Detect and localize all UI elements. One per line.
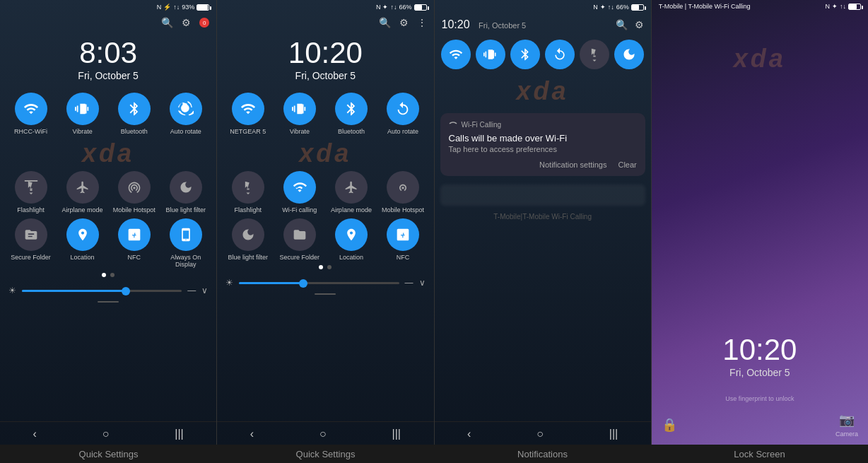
dot-1-2 (110, 273, 115, 277)
search-icon-1[interactable]: 🔍 (161, 17, 173, 28)
brightness-track-1[interactable] (22, 290, 182, 292)
notif-bluetooth-tile[interactable] (510, 40, 540, 69)
xda-watermark-3: xda (435, 74, 651, 109)
qs-tile-flashlight-1[interactable]: Flashlight (7, 171, 54, 214)
back-button-2[interactable]: ‹ (250, 428, 254, 440)
securefolder-icon-2 (283, 218, 316, 251)
home-button-3[interactable]: ○ (536, 428, 544, 440)
bluelight-icon-1 (170, 171, 202, 204)
notif-search-icon[interactable]: 🔍 (616, 19, 628, 30)
qs-tile-flashlight-2[interactable]: Flashlight (224, 171, 271, 214)
back-button-1[interactable]: ‹ (33, 428, 36, 440)
home-button-2[interactable]: ○ (319, 428, 327, 440)
svg-rect-0 (30, 188, 32, 189)
qs-tile-location-1[interactable]: Location (59, 218, 106, 269)
signal-icon-3: N (593, 4, 598, 11)
home-button-1[interactable]: ○ (102, 428, 110, 440)
qs-tile-airplane-1[interactable]: Airplane mode (59, 171, 106, 214)
recents-button-3[interactable]: ||| (609, 428, 618, 440)
screen-notifications: N ✦ ↑↓ 66% 10:20 Fri, October 5 🔍 ⚙ (435, 0, 652, 445)
qs-tile-securefolder-2[interactable]: Secure Folder (276, 218, 323, 262)
qs-label-rotate-1: Auto rotate (170, 128, 201, 136)
rotate-icon-2 (387, 93, 419, 125)
label-qs2: Quick Settings (217, 445, 434, 463)
qs-tile-securefolder-1[interactable]: Secure Folder (7, 218, 54, 269)
battery-percent-1: 93% (182, 4, 194, 11)
brightness-low-icon-2: ☀ (225, 278, 233, 288)
nav-bar-1: ‹ ○ ||| (0, 421, 216, 445)
qs-tile-bluetooth-2[interactable]: Bluetooth (327, 93, 375, 136)
lock-fingerprint-area[interactable]: Use fingerprint to unlock (652, 392, 868, 405)
brightness-expand-1[interactable]: ∨ (201, 286, 208, 295)
notif-clear-btn[interactable]: Clear (618, 160, 636, 169)
qs-label-wificalling-2: Wi-Fi calling (282, 206, 317, 214)
notif-flashlight-tile[interactable] (580, 40, 609, 69)
qs-tile-rotate-2[interactable]: Auto rotate (379, 93, 426, 136)
notif-settings-icon[interactable]: ⚙ (635, 19, 644, 30)
notif-rotate-tile[interactable] (545, 40, 575, 69)
qs-label-hotspot-2: Mobile Hotspot (382, 206, 424, 214)
brightness-track-2[interactable] (239, 282, 399, 284)
brightness-expand-2[interactable]: ∨ (419, 278, 426, 288)
notification-badge-1[interactable]: 0 (199, 18, 209, 28)
qs-tile-wifi-1[interactable]: RHCC-WiFi (7, 93, 54, 136)
notif-card-body: Tap here to access preferences (449, 145, 637, 153)
more-icon-2[interactable]: ⋮ (417, 17, 427, 28)
qs-tile-bluelight-1[interactable]: Blue light filter (162, 171, 209, 214)
brightness-row-1[interactable]: ☀ — ∨ (0, 281, 216, 300)
qs-tile-aod-1[interactable]: Always On Display (162, 218, 209, 269)
battery-bar-2 (414, 4, 427, 11)
settings-icon-1[interactable]: ⚙ (182, 17, 191, 28)
qs-tile-hotspot-2[interactable]: Mobile Hotspot (379, 171, 426, 214)
qs-tile-airplane-2[interactable]: Airplane mode (327, 171, 375, 214)
search-icon-2[interactable]: 🔍 (379, 17, 391, 28)
brightness-row-2[interactable]: ☀ — ∨ (217, 274, 433, 292)
notif-settings-btn[interactable]: Notification settings (539, 160, 606, 169)
qs-label-aod-1: Always On Display (162, 254, 209, 269)
notif-card-wificalling[interactable]: Wi-Fi Calling Calls will be made over Wi… (440, 113, 645, 176)
airplane-icon-1 (66, 171, 99, 204)
notif-vibrate-tile[interactable] (476, 40, 505, 69)
recents-button-2[interactable]: ||| (392, 428, 401, 440)
time-display-1: 8:03 Fri, October 5 (0, 31, 216, 93)
location-icon-2 (335, 218, 368, 251)
qs-tile-hotspot-1[interactable]: Mobile Hotspot (110, 171, 158, 214)
qs-label-wifi-1: RHCC-WiFi (14, 128, 47, 136)
screen-labels-row: Quick Settings Quick Settings Notificati… (0, 445, 868, 463)
nfc-icon-1 (118, 218, 151, 251)
back-button-3[interactable]: ‹ (467, 428, 471, 440)
qs-tile-rotate-1[interactable]: Auto rotate (162, 93, 209, 136)
data-icon-3: ↑↓ (608, 4, 614, 11)
qs-tile-location-2[interactable]: Location (327, 218, 375, 262)
notif-wifi-tile[interactable] (441, 40, 471, 69)
qs-tile-wificalling-2[interactable]: Wi-Fi calling (276, 171, 323, 214)
qs-tile-nfc-1[interactable]: NFC (110, 218, 158, 269)
screen-quick-settings-1: N ⚡ ↑↓ 93% 🔍 ⚙ 0 8:03 Fri, October 5 (0, 0, 217, 445)
lock-signal-icon: N (826, 3, 831, 10)
qs-grid-2-row1: NETGEAR 5 Vibrate Bluetooth (217, 93, 433, 136)
rotate-icon-1 (170, 93, 202, 125)
qs-tile-wifi-2[interactable]: NETGEAR 5 (224, 93, 271, 136)
wifi-status-icon: ⚡ (163, 4, 171, 11)
qs-label-hotspot-1: Mobile Hotspot (113, 206, 156, 214)
notif-display-tile[interactable] (614, 40, 644, 69)
camera-icon[interactable]: 📷 (839, 412, 855, 428)
qs-tile-nfc-2[interactable]: NFC (379, 218, 426, 262)
time-2: 10:20 (217, 38, 433, 68)
recents-button-1[interactable]: ||| (175, 428, 183, 440)
qs-tile-bluelight-2[interactable]: Blue light filter (224, 218, 271, 262)
location-icon-1 (66, 218, 99, 251)
qs-tile-vibrate-1[interactable]: Vibrate (59, 93, 106, 136)
qs-label-rotate-2: Auto rotate (387, 128, 418, 136)
qs-tile-vibrate-2[interactable]: Vibrate (276, 93, 323, 136)
svg-rect-2 (593, 56, 595, 57)
bt-icon-2: ✦ (382, 4, 388, 11)
qs-tile-bluetooth-1[interactable]: Bluetooth (110, 93, 158, 136)
lock-bottom-bar: 🔒 📷 Camera (652, 405, 868, 445)
hotspot-icon-1 (118, 171, 151, 204)
fingerprint-label: Use fingerprint to unlock (725, 395, 794, 402)
lock-right-item[interactable]: 📷 Camera (835, 412, 858, 438)
status-bar-1: N ⚡ ↑↓ 93% (0, 0, 216, 14)
notif-app-label: Wi-Fi Calling (462, 121, 502, 129)
settings-icon-2[interactable]: ⚙ (399, 17, 409, 28)
